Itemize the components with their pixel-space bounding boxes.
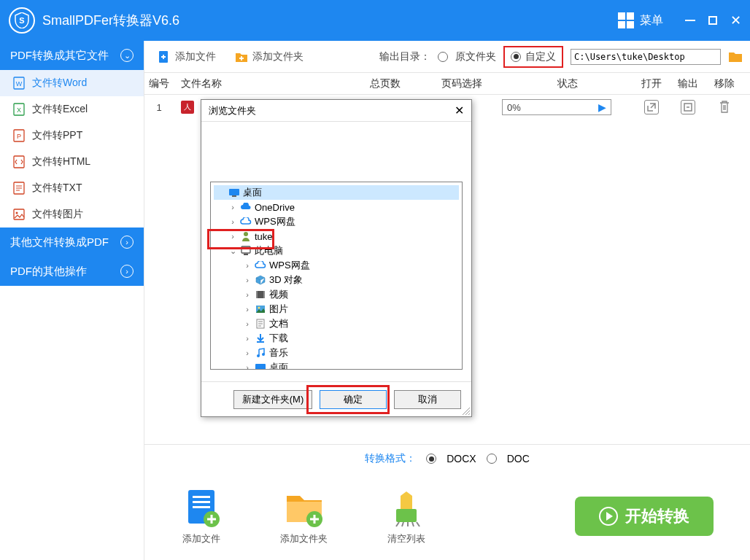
- chevron-right-icon: ›: [120, 265, 134, 278]
- sidebar-item-label: 文件转Excel: [32, 103, 88, 116]
- add-file-icon: [158, 50, 171, 63]
- sidebar-item-excel[interactable]: X 文件转Excel: [0, 96, 144, 122]
- tree-item[interactable]: ›WPS网盘: [214, 214, 459, 229]
- tree-label: 图片: [269, 303, 288, 316]
- add-file-button[interactable]: 添加文件: [152, 50, 222, 63]
- app-logo: S: [9, 7, 35, 34]
- dialog-title: 浏览文件夹: [209, 104, 256, 117]
- expand-icon[interactable]: ⌄: [228, 246, 237, 256]
- tree-item[interactable]: ›图片: [214, 302, 459, 316]
- pdf-icon: 人: [181, 101, 194, 114]
- expand-icon[interactable]: ›: [243, 305, 252, 314]
- delete-icon[interactable]: [718, 99, 731, 114]
- tree-item[interactable]: ›tuke: [214, 229, 459, 244]
- sidebar-item-label: 文件转PPT: [32, 129, 82, 142]
- svg-text:S: S: [19, 16, 24, 25]
- radio-doc[interactable]: [487, 454, 497, 464]
- svg-rect-25: [241, 246, 250, 253]
- expand-icon[interactable]: ›: [243, 334, 252, 343]
- tree-label: WPS网盘: [255, 215, 295, 228]
- desktop-icon: [255, 362, 266, 370]
- radio-doc-label: DOC: [507, 453, 530, 464]
- tree-item[interactable]: ›视频: [214, 287, 459, 302]
- svg-point-34: [257, 354, 260, 357]
- maximize-button[interactable]: [708, 16, 717, 25]
- action-label: 添加文件夹: [280, 532, 328, 545]
- svg-rect-22: [229, 189, 239, 195]
- svg-rect-33: [257, 341, 264, 343]
- dialog-titlebar: 浏览文件夹 ✕: [201, 100, 471, 122]
- expand-icon[interactable]: ›: [228, 203, 237, 211]
- user-icon: [240, 231, 252, 241]
- expand-icon[interactable]: ›: [243, 363, 252, 370]
- expand-icon[interactable]: ›: [243, 276, 252, 284]
- sidebar-header-pdf-to-other[interactable]: PDF转换成其它文件 ⌄: [0, 41, 144, 70]
- add-folder-button[interactable]: 添加文件夹: [229, 50, 309, 63]
- sidebar-item-ppt[interactable]: P 文件转PPT: [0, 122, 144, 149]
- cloud2-icon: [240, 217, 252, 227]
- action-add-file[interactable]: 添加文件: [181, 487, 222, 545]
- expand-icon[interactable]: ›: [243, 290, 252, 299]
- clear-big-icon: [386, 487, 427, 528]
- cloud-icon: [240, 202, 252, 212]
- output-icon[interactable]: [681, 100, 695, 114]
- resize-grip-icon[interactable]: [460, 405, 471, 416]
- svg-point-35: [262, 353, 265, 356]
- tree-label: 此电脑: [255, 244, 283, 257]
- dialog-close-button[interactable]: ✕: [455, 104, 464, 117]
- browse-folder-icon[interactable]: [728, 51, 743, 63]
- sidebar-item-image[interactable]: 文件转图片: [0, 201, 144, 228]
- add-folder-icon: [235, 50, 248, 63]
- tree-item[interactable]: 桌面: [214, 185, 459, 200]
- action-clear[interactable]: 清空列表: [386, 487, 427, 545]
- expand-icon[interactable]: ›: [228, 232, 237, 241]
- tree-item[interactable]: ›下载: [214, 331, 459, 346]
- radio-custom-folder[interactable]: [511, 52, 521, 62]
- play-icon[interactable]: ▶: [598, 101, 606, 113]
- sidebar-header-label: 其他文件转换成PDF: [10, 236, 109, 249]
- tree-item[interactable]: ›桌面: [214, 360, 459, 370]
- action-add-folder[interactable]: 添加文件夹: [280, 487, 328, 545]
- tree-item[interactable]: ⌄此电脑: [214, 244, 459, 258]
- tree-item[interactable]: ›文档: [214, 316, 459, 331]
- minimize-button[interactable]: [685, 20, 695, 21]
- tree-item[interactable]: ›音乐: [214, 346, 459, 360]
- expand-icon[interactable]: ›: [243, 319, 252, 328]
- tree-label: 桌面: [243, 186, 262, 199]
- expand-icon[interactable]: ›: [243, 349, 252, 357]
- add-folder-big-icon: [284, 487, 325, 528]
- tree-item[interactable]: ›WPS网盘: [214, 258, 459, 273]
- radio-docx[interactable]: [426, 454, 436, 464]
- footer: 转换格式： DOCX DOC 添加文件 添加文件夹 清空列表: [144, 444, 750, 560]
- sidebar-item-txt[interactable]: 文件转TXT: [0, 175, 144, 201]
- radio-original-folder[interactable]: [438, 52, 448, 62]
- tree-label: 文档: [269, 317, 288, 330]
- chevron-down-icon: ⌄: [120, 49, 134, 62]
- sidebar-item-label: 文件转Word: [32, 77, 87, 90]
- tree-item[interactable]: ›3D 对象: [214, 273, 459, 287]
- sidebar-item-word[interactable]: W 文件转Word: [0, 70, 144, 96]
- expand-icon[interactable]: ›: [243, 261, 252, 270]
- desktop-icon: [228, 187, 240, 198]
- tree-label: WPS网盘: [269, 259, 310, 272]
- tree-item[interactable]: ›OneDrive: [214, 200, 459, 214]
- progress-bar: 0% ▶: [502, 99, 611, 115]
- new-folder-button[interactable]: 新建文件夹(M): [233, 390, 312, 409]
- ok-button[interactable]: 确定: [320, 390, 387, 409]
- output-dir-label: 输出目录：: [379, 50, 430, 63]
- folder-tree[interactable]: 桌面›OneDrive›WPS网盘›tuke⌄此电脑›WPS网盘›3D 对象›视…: [210, 182, 463, 370]
- open-icon[interactable]: [644, 100, 659, 114]
- menu-button[interactable]: 菜单: [618, 12, 663, 28]
- add-file-big-icon: [181, 487, 222, 528]
- output-path-input[interactable]: [571, 49, 721, 65]
- cancel-button[interactable]: 取消: [394, 390, 461, 409]
- col-out: 输出: [670, 77, 706, 90]
- sidebar-header-other-to-pdf[interactable]: 其他文件转换成PDF ›: [0, 228, 144, 257]
- expand-icon[interactable]: ›: [228, 217, 237, 226]
- svg-rect-36: [255, 364, 266, 370]
- sidebar-header-pdf-ops[interactable]: PDF的其他操作 ›: [0, 257, 144, 286]
- close-button[interactable]: ✕: [730, 12, 741, 28]
- sidebar-item-html[interactable]: 文件转HTML: [0, 149, 144, 175]
- menu-grid-icon: [618, 12, 634, 28]
- start-convert-button[interactable]: 开始转换: [575, 497, 714, 536]
